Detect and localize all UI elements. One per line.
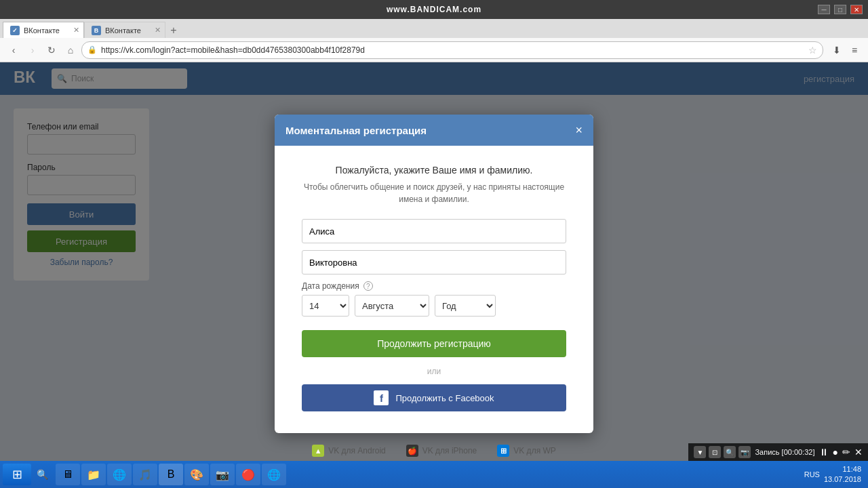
modal-header: Моментальная регистрация × [275, 115, 593, 146]
modal-body: Пожалуйста, укажите Ваше имя и фамилию. … [275, 146, 593, 433]
android-label: VK для Android [328, 446, 386, 455]
modal-title: Моментальная регистрация [285, 125, 427, 136]
ios-label: VK для iPhone [422, 446, 477, 455]
ios-icon: 🍎 [406, 445, 418, 457]
taskbar-item-2[interactable]: 📁 [81, 464, 106, 485]
taskbar: ⊞ 🔍 🖥 📁 🌐 🎵 В 🎨 📷 🔴 🌐 RUS 11:48 13.07.20… [0, 461, 868, 488]
camera-icon[interactable]: ● [833, 447, 838, 458]
dob-selects: 14 1234 5678 9101112 13151617 18192021 2… [302, 295, 566, 317]
tab-bar: ✓ ВКонтакте ✕ В ВКонтакте ✕ + [0, 19, 868, 38]
tab-label-2: ВКонтакте [105, 26, 141, 35]
start-button[interactable]: ⊞ [3, 464, 31, 485]
language-indicator: RUS [804, 470, 820, 479]
vk-page: ВК 🔍 Поиск регистрация Телефон или email… [0, 62, 868, 485]
nav-bar: ‹ › ↻ ⌂ 🔒 https://vk.com/login?act=mobil… [0, 38, 868, 62]
taskbar-item-4[interactable]: 🎵 [133, 464, 157, 485]
tab-favicon-1: ✓ [10, 26, 20, 35]
home-button[interactable]: ⌂ [62, 42, 79, 58]
taskbar-clock: 11:48 13.07.2018 [824, 464, 861, 485]
android-icon: ▲ [312, 445, 324, 457]
recording-time: Запись [00:00:32] [755, 448, 814, 456]
continue-registration-button[interactable]: Продолжить регистрацию [302, 330, 566, 357]
dob-year-select[interactable]: Год 201820172016 201520102000 19901980 [435, 295, 496, 317]
taskbar-items: 🖥 📁 🌐 🎵 В 🎨 📷 🔴 🌐 [56, 464, 286, 485]
vk-footer-apps: ▲ VK для Android 🍎 VK для iPhone ⊞ VK дл… [312, 445, 556, 457]
lock-icon: 🔒 [87, 45, 97, 54]
modal-overlay: Моментальная регистрация × Пожалуйста, у… [0, 62, 868, 485]
close-window-button[interactable]: ✕ [850, 5, 863, 14]
dob-label-text: Дата рождения [302, 281, 359, 291]
refresh-button[interactable]: ↻ [43, 42, 60, 58]
tab-close-1[interactable]: ✕ [73, 26, 79, 35]
minimize-button[interactable]: ─ [818, 5, 830, 14]
dob-day-select[interactable]: 14 1234 5678 9101112 13151617 18192021 2… [302, 295, 349, 317]
edit-icon[interactable]: ✏ [842, 447, 850, 458]
recording-icons: ▼ ⊡ 🔍 📷 [694, 446, 751, 458]
taskbar-item-8[interactable]: 🔴 [236, 464, 260, 485]
registration-modal: Моментальная регистрация × Пожалуйста, у… [275, 115, 593, 433]
download-icon[interactable]: ⬇ [829, 42, 845, 58]
browser-tab-2[interactable]: В ВКонтакте ✕ [84, 22, 165, 38]
title-bar-controls: ─ □ ✕ [818, 5, 863, 14]
rec-icon-1: ▼ [694, 446, 706, 458]
address-text: https://vk.com/login?act=mobile&hash=db0… [101, 45, 802, 55]
dob-label: Дата рождения ? [302, 281, 566, 291]
title-bar-text: www.BANDICAM.com [387, 5, 481, 14]
tab-close-2[interactable]: ✕ [155, 26, 161, 35]
taskbar-item-6[interactable]: 🎨 [184, 464, 209, 485]
clock-time: 11:48 [824, 464, 861, 474]
dob-month-select[interactable]: ЯнваряФевраляМарта АпреляМаяИюня ИюляАвг… [355, 295, 429, 317]
rec-icon-3: 🔍 [724, 446, 736, 458]
new-tab-button[interactable]: + [165, 23, 182, 38]
back-button[interactable]: ‹ [5, 42, 22, 58]
modal-close-button[interactable]: × [575, 124, 583, 136]
facebook-button-label: Продолжить с Facebook [395, 393, 494, 403]
rec-icon-2: ⊡ [709, 446, 721, 458]
tab-label-1: ВКонтакте [24, 26, 60, 35]
taskbar-item-7[interactable]: 📷 [210, 464, 235, 485]
wp-icon: ⊞ [497, 445, 509, 457]
taskbar-item-9[interactable]: 🌐 [262, 464, 286, 485]
taskbar-right: RUS 11:48 13.07.2018 [804, 464, 865, 485]
tab-favicon-2: В [92, 26, 101, 35]
taskbar-item-5[interactable]: В [159, 464, 183, 485]
modal-description-main: Пожалуйста, укажите Ваше имя и фамилию. [302, 165, 566, 176]
forward-button[interactable]: › [24, 42, 41, 58]
clock-date: 13.07.2018 [824, 474, 861, 485]
pause-icon[interactable]: ⏸ [819, 447, 829, 458]
title-bar: www.BANDICAM.com ─ □ ✕ [0, 0, 868, 19]
wp-app-link[interactable]: ⊞ VK для WP [497, 445, 556, 457]
or-divider: или [302, 367, 566, 376]
wp-label: VK для WP [513, 446, 556, 455]
facebook-continue-button[interactable]: f Продолжить с Facebook [302, 384, 566, 411]
windows-icon: ⊞ [12, 467, 22, 482]
recording-bar: ▼ ⊡ 🔍 📷 Запись [00:00:32] ⏸ ● ✏ ✕ [688, 443, 868, 461]
bookmark-icon[interactable]: ☆ [808, 45, 817, 56]
last-name-input[interactable] [302, 250, 566, 274]
facebook-icon: f [374, 390, 389, 405]
ios-app-link[interactable]: 🍎 VK для iPhone [406, 445, 477, 457]
browser-tab-1[interactable]: ✓ ВКонтакте ✕ [3, 22, 84, 38]
taskbar-item-3[interactable]: 🌐 [107, 464, 132, 485]
taskbar-item-1[interactable]: 🖥 [56, 464, 80, 485]
nav-right-buttons: ⬇ ≡ [829, 42, 863, 58]
modal-description-sub: Чтобы облегчить общение и поиск друзей, … [302, 181, 566, 205]
rec-icon-4: 📷 [738, 446, 751, 458]
android-app-link[interactable]: ▲ VK для Android [312, 445, 386, 457]
dob-help-icon[interactable]: ? [363, 281, 373, 291]
recording-close-button[interactable]: ✕ [854, 447, 863, 458]
address-bar[interactable]: 🔒 https://vk.com/login?act=mobile&hash=d… [81, 41, 823, 59]
taskbar-search-button[interactable]: 🔍 [33, 465, 52, 484]
restore-button[interactable]: □ [834, 5, 846, 14]
first-name-input[interactable] [302, 219, 566, 243]
menu-icon[interactable]: ≡ [846, 42, 863, 58]
